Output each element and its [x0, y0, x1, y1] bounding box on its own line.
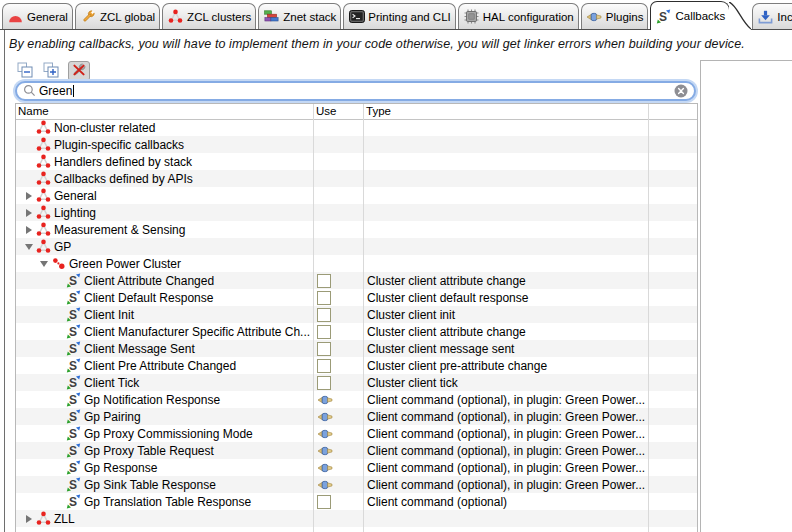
tab-label: Znet stack: [283, 11, 336, 23]
expand-all-button[interactable]: [42, 62, 60, 80]
tree-row-plugin-specific-callbacks[interactable]: Plugin-specific callbacks: [16, 136, 697, 153]
arrow-spacer: [52, 357, 65, 374]
svg-text:S: S: [69, 410, 77, 424]
row-type: Cluster client default response: [367, 291, 528, 305]
expand-arrow-icon[interactable]: [22, 221, 35, 238]
svg-text:S: S: [69, 478, 77, 492]
stack-icon: [263, 9, 280, 25]
use-checkbox[interactable]: [317, 308, 331, 322]
clear-filter-button[interactable]: [68, 61, 90, 81]
tree-row-client-message-sent[interactable]: SClient Message SentCluster client messa…: [16, 340, 697, 357]
search-field[interactable]: [15, 81, 696, 101]
tree-row-client-init[interactable]: SClient InitCluster client init: [16, 306, 697, 323]
column-header-type[interactable]: Type: [364, 104, 649, 119]
plugin-icon: [317, 394, 333, 406]
row-label: ZLL: [54, 512, 75, 526]
collapse-arrow-icon[interactable]: [22, 238, 35, 255]
tree-row-non-cluster-related[interactable]: Non-cluster related: [16, 119, 697, 136]
tab-printing-and-cli[interactable]: Printing and CLI: [343, 3, 455, 29]
tab-zcl-global[interactable]: ZCL global: [75, 3, 160, 29]
use-checkbox[interactable]: [317, 376, 331, 390]
row-type: Client command (optional), in plugin: Gr…: [367, 410, 645, 424]
svg-text:S: S: [69, 308, 77, 322]
tree-row-lighting[interactable]: Lighting: [16, 204, 697, 221]
svg-text:S: S: [69, 444, 77, 458]
arrow-spacer: [52, 340, 65, 357]
expand-arrow-icon[interactable]: [22, 187, 35, 204]
collapse-arrow-icon[interactable]: [37, 255, 50, 272]
tree-row-gp-proxy-table-request[interactable]: SGp Proxy Table RequestClient command (o…: [16, 442, 697, 459]
cluster-icon: [35, 222, 51, 237]
row-type: Client command (optional), in plugin: Gr…: [367, 393, 645, 407]
callback-icon: S: [65, 358, 81, 373]
tree-row-client-manufacturer-specific-attribute-ch[interactable]: SClient Manufacturer Specific Attribute …: [16, 323, 697, 340]
tree-row-zll[interactable]: ZLL: [16, 510, 697, 527]
tree-row-gp-response[interactable]: SGp ResponseClient command (optional), i…: [16, 459, 697, 476]
tab-include[interactable]: Include: [752, 3, 792, 29]
tab-callbacks[interactable]: SCallbacks: [650, 1, 730, 30]
row-label: Client Message Sent: [84, 342, 195, 356]
svg-text:S: S: [69, 291, 77, 305]
row-type: Client command (optional), in plugin: Gr…: [367, 478, 645, 492]
chip-icon: [463, 9, 480, 25]
tree-row-measurement-sensing[interactable]: Measurement & Sensing: [16, 221, 697, 238]
tree-row-gp[interactable]: GP: [16, 238, 697, 255]
row-label: Non-cluster related: [54, 121, 155, 135]
plug-icon: [586, 9, 603, 25]
tab-general[interactable]: General: [2, 3, 73, 29]
tree-row-gp-sink-table-response[interactable]: SGp Sink Table ResponseClient command (o…: [16, 476, 697, 493]
row-type: Cluster client init: [367, 308, 455, 322]
cluster-icon: [35, 239, 51, 254]
tab-hal-configuration[interactable]: HAL configuration: [458, 3, 579, 29]
tree-row-client-default-response[interactable]: SClient Default ResponseCluster client d…: [16, 289, 697, 306]
row-label: Measurement & Sensing: [54, 223, 185, 237]
use-checkbox[interactable]: [317, 342, 331, 356]
tree-row-callbacks-defined-by-apis[interactable]: Callbacks defined by APIs: [16, 170, 697, 187]
expand-arrow-icon[interactable]: [22, 510, 35, 527]
tree-row-green-power-cluster[interactable]: Green Power Cluster: [16, 255, 697, 272]
tree-row-client-tick[interactable]: SClient TickCluster client tick: [16, 374, 697, 391]
plugin-icon: [317, 428, 333, 440]
tree-row-gp-proxy-commissioning-mode[interactable]: SGp Proxy Commissioning ModeClient comma…: [16, 425, 697, 442]
table-body: Non-cluster relatedPlugin-specific callb…: [16, 119, 697, 532]
callback-icon: S: [65, 341, 81, 356]
use-checkbox[interactable]: [317, 495, 331, 509]
column-header-extra: [649, 104, 697, 119]
svg-text:S: S: [69, 325, 77, 339]
tree-row-gp-translation-table-response[interactable]: SGp Translation Table ResponseClient com…: [16, 493, 697, 510]
cluster-icon: [167, 9, 184, 25]
tree-row-gp-pairing[interactable]: SGp PairingClient command (optional), in…: [16, 408, 697, 425]
row-label: Gp Notification Response: [84, 393, 220, 407]
tree-row-handlers-defined-by-stack[interactable]: Handlers defined by stack: [16, 153, 697, 170]
cluster-icon: [35, 137, 51, 152]
arrow-spacer: [52, 272, 65, 289]
clear-search-button[interactable]: [674, 84, 688, 98]
row-type: Cluster client pre-attribute change: [367, 359, 547, 373]
app-window: GeneralZCL globalZCL clustersZnet stackP…: [0, 0, 792, 532]
collapse-all-button[interactable]: [16, 62, 34, 80]
search-input[interactable]: [39, 83, 659, 98]
callback-icon: S: [65, 375, 81, 390]
tab-znet-stack[interactable]: Znet stack: [258, 3, 341, 29]
row-type: Client command (optional), in plugin: Gr…: [367, 444, 645, 458]
cluster-icon: [35, 188, 51, 203]
callback-icon: S: [65, 273, 81, 288]
expand-arrow-icon[interactable]: [22, 204, 35, 221]
row-type: Cluster client message sent: [367, 342, 514, 356]
wrench-x-icon: [71, 62, 87, 81]
row-label: Handlers defined by stack: [54, 155, 192, 169]
use-checkbox[interactable]: [317, 359, 331, 373]
use-checkbox[interactable]: [317, 274, 331, 288]
tree-row-empty: [16, 527, 697, 532]
tree-row-general[interactable]: General: [16, 187, 697, 204]
column-header-use[interactable]: Use: [314, 104, 364, 119]
use-checkbox[interactable]: [317, 325, 331, 339]
tree-row-client-pre-attribute-changed[interactable]: SClient Pre Attribute ChangedCluster cli…: [16, 357, 697, 374]
tab-zcl-clusters[interactable]: ZCL clusters: [162, 3, 256, 29]
tree-row-gp-notification-response[interactable]: SGp Notification ResponseClient command …: [16, 391, 697, 408]
use-checkbox[interactable]: [317, 291, 331, 305]
tab-plugins[interactable]: Plugins: [581, 3, 649, 29]
plugin-icon: [317, 479, 333, 491]
column-header-name[interactable]: Name: [16, 104, 314, 119]
tree-row-client-attribute-changed[interactable]: SClient Attribute ChangedCluster client …: [16, 272, 697, 289]
